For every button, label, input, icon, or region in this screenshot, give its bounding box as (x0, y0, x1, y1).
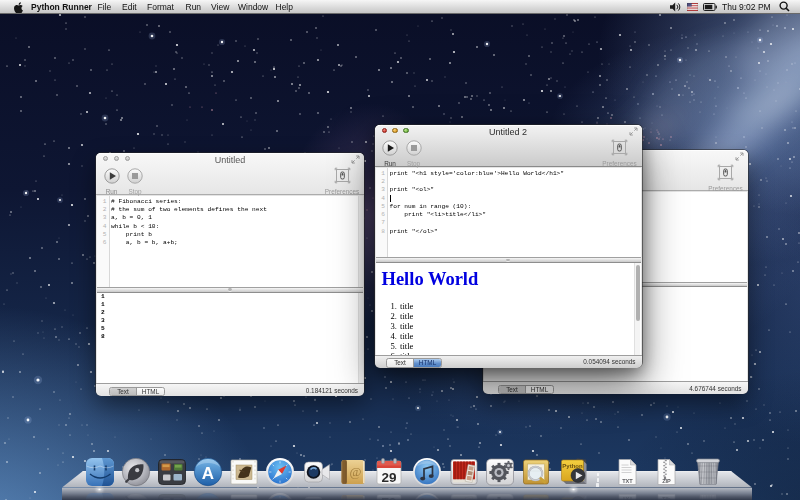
svg-text:TXT: TXT (622, 496, 633, 500)
svg-text:Python: Python (562, 462, 583, 468)
svg-text:@: @ (349, 464, 361, 479)
svg-text:29: 29 (381, 495, 396, 500)
svg-text:A: A (201, 463, 213, 482)
svg-text:ZIP: ZIP (662, 477, 671, 483)
svg-text:ZIP: ZIP (662, 496, 671, 500)
svg-text:A: A (201, 497, 213, 500)
svg-text:TXT: TXT (622, 477, 633, 483)
svg-text:29: 29 (381, 469, 396, 484)
